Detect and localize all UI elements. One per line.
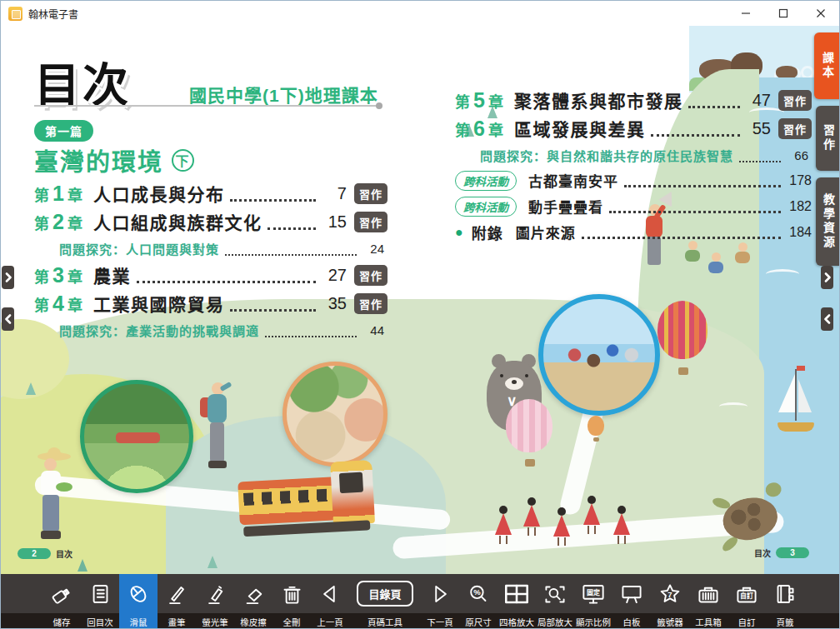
dot-leader xyxy=(225,254,357,256)
pen-icon xyxy=(162,574,192,613)
custom-toolbox-icon: 自訂 xyxy=(732,574,762,613)
tool-four-grid-zoom[interactable]: 四格放大 xyxy=(498,574,536,629)
chapter-title: 工業與國際貿易 xyxy=(93,291,225,316)
left-edge-back-button[interactable] xyxy=(2,307,14,331)
side-tab-teaching-resources[interactable]: 教學資源 xyxy=(816,177,840,266)
chapter-page-number: 7 xyxy=(322,184,347,203)
activity-page-number: 182 xyxy=(787,199,812,214)
explore-page-number: 66 xyxy=(787,148,808,162)
maximize-button[interactable] xyxy=(764,1,802,26)
side-tab-textbook[interactable]: 課本 xyxy=(814,32,840,99)
chapter-number: 第4章 xyxy=(34,292,82,316)
toc-entry-chapter[interactable]: 第6章區域發展與差異55習作 xyxy=(455,114,812,142)
tool-label: 橡皮擦 xyxy=(240,613,267,629)
tool-label: 下一頁 xyxy=(427,613,453,629)
page-number-pill: 2 xyxy=(18,548,51,559)
toc-entry-activity[interactable]: 跨科活動古都臺南安平178 xyxy=(455,167,812,193)
tool-original-size[interactable]: %原尺寸 xyxy=(459,574,498,629)
tool-label: 自訂 xyxy=(738,613,756,629)
explore-page-number: 24 xyxy=(362,242,384,256)
four-grid-zoom-icon xyxy=(502,582,532,607)
workbook-badge[interactable]: 習作 xyxy=(778,118,812,139)
minimize-button[interactable] xyxy=(727,1,764,26)
window-controls xyxy=(727,1,839,26)
tool-label: 白板 xyxy=(623,613,641,629)
workbook-badge[interactable]: 習作 xyxy=(354,293,388,314)
ebook-app-window: 翰林電子書 xyxy=(0,0,840,629)
tool-label: 籤號器 xyxy=(657,613,683,629)
title-divider xyxy=(34,105,379,107)
tool-trash[interactable]: 全刪 xyxy=(272,574,311,629)
whiteboard-icon xyxy=(617,574,647,613)
workbook-badge[interactable]: 習作 xyxy=(354,183,388,204)
star-number-icon: 7 xyxy=(655,574,685,613)
tool-star-number[interactable]: 7籤號器 xyxy=(651,574,689,629)
save-usb-icon xyxy=(47,574,77,613)
original-size-icon: % xyxy=(463,574,493,613)
workbook-badge[interactable]: 習作 xyxy=(778,90,812,111)
tool-label: 滑鼠 xyxy=(130,613,148,629)
tool-eraser[interactable]: 橡皮擦 xyxy=(234,574,272,629)
dot-leader xyxy=(230,199,316,202)
right-edge-forward-button[interactable] xyxy=(821,266,833,289)
appendix-label: 附錄 xyxy=(472,222,503,243)
dot-leader xyxy=(265,336,357,337)
toc-icon xyxy=(85,582,115,607)
book-subtitle: 國民中學(1下)地理課本 xyxy=(189,82,378,107)
toc-entry-explore[interactable]: 問題探究：人口問題與對策24 xyxy=(34,236,388,261)
right-page-footer: 目次 3 xyxy=(749,547,809,559)
toc-list-left: 第1章人口成長與分布7習作第2章人口組成與族群文化15習作問題探究：人口問題與對… xyxy=(34,179,388,342)
toc-entry-chapter[interactable]: 第5章聚落體系與都市發展47習作 xyxy=(455,86,812,114)
tool-page-tabs[interactable]: 頁籤 xyxy=(766,574,804,629)
toc-entry-chapter[interactable]: 第3章農業27習作 xyxy=(34,261,388,289)
toc-entry-activity[interactable]: 跨科活動動手疊疊看182 xyxy=(455,193,812,219)
tool-next-page[interactable]: 下一頁 xyxy=(421,574,459,629)
chapter-number: 第5章 xyxy=(455,88,503,112)
four-grid-zoom-icon xyxy=(502,574,532,613)
highlighter-icon xyxy=(200,582,230,607)
left-edge-forward-button[interactable] xyxy=(2,266,14,289)
custom-toolbox-icon: 自訂 xyxy=(732,582,762,607)
workbook-badge[interactable]: 習作 xyxy=(354,212,388,232)
toolbox-icon xyxy=(693,582,723,607)
tool-prev-page[interactable]: 上一頁 xyxy=(311,574,349,629)
page-label-button[interactable]: 目錄頁 xyxy=(357,581,412,607)
tool-custom-toolbox[interactable]: 自訂自訂 xyxy=(728,574,766,629)
toc-entry-chapter[interactable]: 第1章人口成長與分布7習作 xyxy=(34,179,388,207)
tool-toolbox[interactable]: 工具箱 xyxy=(689,574,728,629)
highlighter-icon xyxy=(200,574,230,613)
side-tab-workbook[interactable]: 習作 xyxy=(816,106,840,171)
toc-entry-appendix[interactable]: ●附錄圖片來源184 xyxy=(455,219,812,245)
workbook-badge[interactable]: 習作 xyxy=(354,265,388,286)
part-badge: 第一篇 xyxy=(34,120,93,142)
tool-highlighter[interactable]: 螢光筆 xyxy=(196,574,234,629)
close-button[interactable] xyxy=(802,1,839,26)
window-title: 翰林電子書 xyxy=(28,7,78,21)
part-title: 臺灣的環境 下 xyxy=(34,142,194,177)
right-edge-back-button[interactable] xyxy=(821,307,833,331)
explore-page-number: 44 xyxy=(362,323,384,337)
bottom-toolbar: 儲存回目次滑鼠畫筆螢光筆橡皮擦全刪上一頁目錄頁頁碼工具下一頁%原尺寸四格放大局部… xyxy=(1,574,840,629)
toc-entry-explore[interactable]: 問題探究：產業活動的挑戰與調適44 xyxy=(34,317,388,342)
tool-toc[interactable]: 回目次 xyxy=(81,574,119,629)
tool-whiteboard[interactable]: 白板 xyxy=(612,574,651,629)
tool-save-usb[interactable]: 儲存 xyxy=(42,574,81,629)
svg-text:自訂: 自訂 xyxy=(740,592,753,600)
chapter-number: 第2章 xyxy=(34,210,82,234)
chapter-title: 農業 xyxy=(93,262,131,287)
tool-pen[interactable]: 畫筆 xyxy=(158,574,196,629)
tool-page-label-button[interactable]: 目錄頁頁碼工具 xyxy=(349,574,421,629)
whiteboard-icon xyxy=(617,582,647,607)
toc-entry-explore[interactable]: 問題探究：與自然和諧共存的原住民族智慧66 xyxy=(455,142,812,167)
tool-display-ratio[interactable]: 固定顯示比例 xyxy=(574,574,612,629)
explore-title: 問題探究：產業活動的挑戰與調適 xyxy=(59,322,259,339)
tool-label: 四格放大 xyxy=(499,613,534,629)
dot-leader xyxy=(651,134,740,137)
tool-region-zoom[interactable]: 局部放大 xyxy=(536,574,574,629)
toc-entry-chapter[interactable]: 第2章人口組成與族群文化15習作 xyxy=(34,207,388,236)
tool-label: 螢光筆 xyxy=(202,613,228,629)
part-title-text: 臺灣的環境 xyxy=(34,142,163,177)
toc-entry-chapter[interactable]: 第4章工業與國際貿易35習作 xyxy=(34,289,388,317)
toc-icon xyxy=(85,574,115,613)
tool-mouse[interactable]: 滑鼠 xyxy=(119,574,158,629)
